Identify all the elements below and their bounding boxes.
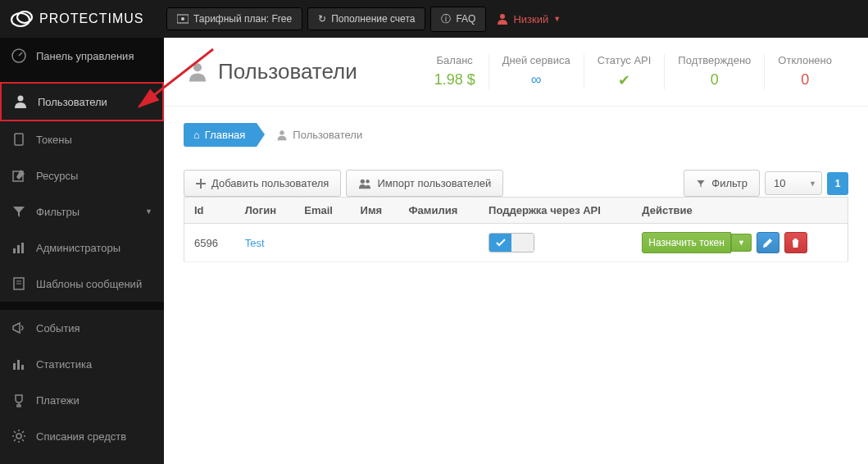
stat-rejected: Отклонено 0 bbox=[764, 54, 845, 89]
chevron-down-icon: ▼ bbox=[145, 207, 152, 216]
cell-name bbox=[351, 224, 399, 262]
col-api: Поддержка через API bbox=[479, 198, 632, 224]
infinity-icon: ∞ bbox=[502, 71, 570, 89]
chart-icon bbox=[11, 240, 26, 255]
sidebar-item-dashboard[interactable]: Панель управления bbox=[0, 38, 164, 74]
sidebar-item-label: Статистика bbox=[36, 358, 92, 371]
cell-surname bbox=[398, 224, 479, 262]
page-number-badge[interactable]: 1 bbox=[827, 172, 848, 195]
sidebar-item-label: События bbox=[36, 322, 80, 334]
assign-token-button[interactable]: Назначить токен bbox=[642, 232, 731, 253]
import-users-button[interactable]: Импорт пользователей bbox=[346, 170, 503, 197]
svg-rect-17 bbox=[21, 365, 24, 370]
col-login: Логин bbox=[235, 198, 295, 224]
token-icon bbox=[11, 132, 26, 147]
sidebar-item-label: Платежи bbox=[36, 394, 80, 407]
megaphone-icon bbox=[11, 321, 26, 335]
stat-balance: Баланс 1.98 $ bbox=[421, 54, 489, 89]
sidebar-item-payments[interactable]: Платежи bbox=[0, 382, 164, 418]
user-menu[interactable]: Низкий ▼ bbox=[497, 13, 561, 25]
svg-point-6 bbox=[18, 96, 24, 102]
stats-bar: Баланс 1.98 $ Дней сервиса ∞ Статус API … bbox=[421, 54, 845, 89]
cell-email bbox=[294, 224, 350, 262]
document-icon bbox=[11, 276, 26, 291]
filter-icon bbox=[696, 179, 706, 189]
col-id: Id bbox=[184, 198, 235, 224]
col-surname: Фамилия bbox=[398, 198, 479, 224]
svg-rect-11 bbox=[21, 243, 24, 253]
cell-login-link[interactable]: Test bbox=[245, 237, 265, 249]
sidebar-item-users[interactable]: Пользователи bbox=[0, 82, 164, 121]
check-icon bbox=[496, 238, 506, 248]
cell-id: 6596 bbox=[184, 224, 235, 262]
users-table: Id Логин Email Имя Фамилия Поддержка чер… bbox=[184, 197, 848, 262]
pagesize-select[interactable]: 10 ▼ bbox=[765, 171, 822, 195]
sidebar-item-label: Пользователи bbox=[38, 96, 107, 108]
table-row: 6596 Test Назначить токен ▼ bbox=[184, 224, 848, 262]
sidebar-item-charges[interactable]: Списания средств bbox=[0, 418, 164, 454]
svg-rect-9 bbox=[13, 248, 16, 253]
add-user-button[interactable]: Добавить пользователя bbox=[184, 170, 341, 197]
trophy-icon bbox=[11, 393, 26, 407]
sidebar-item-label: Фильтры bbox=[36, 206, 80, 218]
stats-icon bbox=[11, 357, 26, 371]
sidebar-item-label: Администраторы bbox=[36, 242, 120, 254]
user-icon bbox=[497, 13, 508, 25]
dashboard-icon bbox=[11, 48, 26, 63]
col-action: Действие bbox=[632, 198, 848, 224]
money-icon bbox=[177, 14, 189, 24]
toolbar: Добавить пользователя Импорт пользовател… bbox=[184, 170, 848, 197]
page-header: Пользователи Баланс 1.98 $ Дней сервиса … bbox=[164, 38, 868, 107]
svg-point-0 bbox=[11, 13, 30, 26]
tariff-plan-button[interactable]: Тарифный план: Free bbox=[166, 7, 302, 30]
plus-icon bbox=[196, 179, 206, 189]
check-icon: ✔ bbox=[598, 71, 652, 89]
logo-icon bbox=[10, 9, 34, 29]
info-icon: ⓘ bbox=[441, 12, 451, 26]
faq-button[interactable]: ⓘ FAQ bbox=[430, 7, 486, 32]
sidebar-item-label: Списания средств bbox=[36, 430, 126, 443]
user-icon bbox=[276, 130, 288, 141]
sidebar-item-label: Шаблоны сообщений bbox=[36, 278, 142, 290]
sidebar-item-admins[interactable]: Администраторы bbox=[0, 230, 164, 266]
breadcrumb-current: Пользователи bbox=[257, 123, 374, 147]
stat-api: Статус API ✔ bbox=[584, 54, 665, 89]
col-name: Имя bbox=[351, 198, 399, 224]
stat-days: Дней сервиса ∞ bbox=[489, 54, 584, 89]
sidebar-item-events[interactable]: События bbox=[0, 310, 164, 346]
api-toggle[interactable] bbox=[489, 233, 534, 252]
svg-point-23 bbox=[366, 180, 370, 183]
svg-point-4 bbox=[500, 14, 505, 19]
svg-rect-7 bbox=[15, 134, 23, 145]
page-title: Пользователи bbox=[187, 59, 357, 84]
main-content: Пользователи Баланс 1.98 $ Дней сервиса … bbox=[164, 38, 868, 464]
delete-button[interactable] bbox=[784, 232, 807, 253]
breadcrumb: ⌂ Главная Пользователи bbox=[184, 123, 848, 147]
sidebar-item-tokens[interactable]: Токены bbox=[0, 121, 164, 157]
sidebar-item-templates[interactable]: Шаблоны сообщений bbox=[0, 266, 164, 302]
sidebar: Панель управления Пользователи Токены Ре… bbox=[0, 38, 164, 464]
user-icon bbox=[13, 94, 28, 109]
chevron-down-icon: ▼ bbox=[553, 15, 561, 23]
sidebar-item-statistics[interactable]: Статистика bbox=[0, 346, 164, 382]
svg-point-3 bbox=[181, 17, 184, 20]
user-icon bbox=[187, 61, 208, 83]
refresh-icon: ↻ bbox=[318, 13, 326, 25]
filter-icon bbox=[11, 204, 26, 219]
svg-rect-15 bbox=[13, 363, 16, 370]
svg-point-21 bbox=[280, 130, 284, 134]
svg-point-22 bbox=[361, 179, 365, 183]
breadcrumb-home[interactable]: ⌂ Главная bbox=[184, 123, 257, 147]
edit-button[interactable] bbox=[757, 232, 779, 253]
sidebar-item-filters[interactable]: Фильтры ▼ bbox=[0, 193, 164, 230]
edit-icon bbox=[11, 168, 26, 183]
svg-point-18 bbox=[16, 434, 21, 439]
filter-button[interactable]: Фильтр bbox=[684, 170, 760, 197]
assign-token-dropdown[interactable]: ▼ bbox=[731, 234, 752, 252]
sidebar-item-label: Токены bbox=[36, 134, 72, 146]
sidebar-item-resources[interactable]: Ресурсы bbox=[0, 157, 164, 193]
trash-icon bbox=[790, 238, 801, 248]
topbar: PROTECTIMUS Тарифный план: Free ↻ Пополн… bbox=[0, 0, 868, 38]
topup-button[interactable]: ↻ Пополнение счета bbox=[307, 7, 425, 30]
stat-confirmed: Подтверждено 0 bbox=[664, 54, 764, 89]
